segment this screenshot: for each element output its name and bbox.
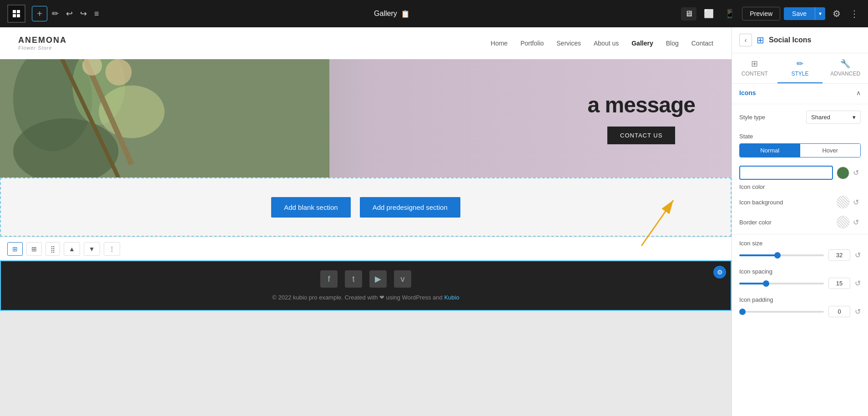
nav-links: Home Portfolio Services About us Gallery… — [491, 40, 713, 47]
nav-link-about[interactable]: About us — [594, 40, 619, 47]
more-options-button[interactable]: ⋮ — [848, 6, 861, 21]
nav-bar: ANEMONA Flower Store Home Portfolio Serv… — [0, 27, 732, 59]
icon-background-swatch[interactable] — [837, 196, 849, 208]
icon-size-slider[interactable] — [739, 254, 824, 256]
redo-button[interactable]: ↪ — [77, 6, 90, 21]
style-tab-label: STYLE — [792, 71, 809, 77]
icon-size-value[interactable] — [828, 249, 850, 261]
svg-rect-1 — [17, 10, 20, 13]
save-chevron-button[interactable]: ▾ — [815, 7, 825, 20]
icon-spacing-slider[interactable] — [739, 283, 824, 284]
icons-section-chevron: ∧ — [856, 89, 861, 96]
icon-spacing-reset-button[interactable]: ↺ — [855, 279, 861, 288]
svg-rect-3 — [17, 14, 20, 17]
border-color-swatch[interactable] — [837, 216, 849, 228]
hero-image-placeholder — [0, 59, 329, 178]
menu-button[interactable]: ≡ — [91, 6, 102, 21]
nav-link-home[interactable]: Home — [491, 40, 508, 47]
footer-link[interactable]: Kubio — [444, 294, 459, 301]
device-mobile-button[interactable]: 📱 — [721, 7, 738, 20]
toolbar-right: 🖥 ⬜ 📱 Preview Save ▾ ⚙ ⋮ — [681, 6, 861, 21]
global-settings-button[interactable]: ⚙ — [829, 6, 844, 21]
social-icon-facebook[interactable]: f — [320, 270, 338, 288]
icon-size-label: Icon size — [739, 240, 861, 247]
brand-name: ANEMONA — [18, 36, 67, 45]
icon-padding-value[interactable] — [828, 306, 850, 317]
icon-size-reset-button[interactable]: ↺ — [855, 251, 861, 259]
nav-link-blog[interactable]: Blog — [666, 40, 679, 47]
brand-sub: Flower Store — [18, 45, 67, 51]
icon-size-slider-row: ↺ — [739, 249, 861, 261]
state-hover-button[interactable]: Hover — [800, 144, 861, 157]
icon-padding-reset-button[interactable]: ↺ — [855, 307, 861, 316]
icon-padding-slider-row: ↺ — [739, 306, 861, 317]
tab-advanced[interactable]: 🔧 ADVANCED — [823, 53, 868, 83]
icon-size-section: Icon size ↺ — [732, 236, 868, 264]
icon-color-input[interactable] — [739, 166, 833, 180]
style-type-value: Shared — [811, 114, 830, 121]
section-more-button[interactable]: ⋮ — [104, 242, 120, 256]
icon-padding-label: Icon padding — [739, 296, 861, 303]
svg-rect-0 — [13, 10, 16, 13]
panel-content: Icons ∧ Style type Shared ▾ State Normal… — [732, 84, 868, 321]
section-drag-button[interactable]: ⣿ — [45, 242, 60, 256]
add-blank-section-button[interactable]: Add blank section — [271, 197, 350, 218]
social-icon-twitter[interactable]: t — [345, 270, 362, 288]
tab-content[interactable]: ⊞ CONTENT — [732, 53, 777, 83]
social-icons-row: f t ▶ v — [10, 270, 722, 288]
undo-button[interactable]: ↩ — [63, 6, 76, 21]
add-button[interactable]: + — [32, 6, 47, 21]
social-icon-youtube[interactable]: ▶ — [369, 270, 387, 288]
style-type-dropdown[interactable]: Shared ▾ — [806, 111, 861, 124]
nav-link-contact[interactable]: Contact — [691, 40, 713, 47]
add-predesigned-section-button[interactable]: Add predesigned section — [360, 197, 460, 218]
footer-copyright: © 2022 kubio pro example. Created with ❤… — [10, 294, 722, 301]
icon-padding-slider[interactable] — [739, 311, 824, 313]
add-section-area: Add blank section Add predesigned sectio… — [0, 178, 732, 237]
device-tablet-button[interactable]: ⬜ — [700, 7, 717, 20]
section-move-up-button[interactable]: ▲ — [64, 242, 80, 256]
panel-back-button[interactable]: ‹ — [739, 34, 752, 46]
tab-style[interactable]: ✏ STYLE — [777, 53, 823, 83]
svg-rect-2 — [13, 14, 16, 17]
icon-spacing-section: Icon spacing ↺ — [732, 264, 868, 293]
nav-link-services[interactable]: Services — [556, 40, 581, 47]
page-title: Gallery 📋 — [103, 10, 681, 18]
icon-color-swatch[interactable] — [837, 167, 849, 179]
icon-spacing-value[interactable] — [828, 278, 850, 289]
icons-section-header[interactable]: Icons ∧ — [732, 84, 868, 102]
content-tab-icon: ⊞ — [751, 59, 758, 69]
edit-button[interactable]: ✏ — [49, 6, 61, 21]
hero-title: a message — [587, 92, 695, 117]
icon-background-reset-button[interactable]: ↺ — [851, 197, 861, 208]
hero-cta-button[interactable]: CONTACT US — [607, 127, 675, 144]
state-normal-button[interactable]: Normal — [740, 144, 800, 157]
hero-section: a message CONTACT US — [0, 59, 732, 178]
preview-button[interactable]: Preview — [742, 7, 780, 20]
icons-section-title: Icons — [739, 89, 756, 96]
section-layout-button[interactable]: ⊞ — [7, 242, 23, 256]
panel-tabs: ⊞ CONTENT ✏ STYLE 🔧 ADVANCED — [732, 53, 868, 84]
nav-link-gallery[interactable]: Gallery — [631, 40, 653, 47]
border-color-reset-button[interactable]: ↺ — [851, 217, 861, 228]
section-social-icons-button[interactable]: ⊞ — [26, 242, 42, 256]
icon-color-reset-button[interactable]: ↺ — [851, 167, 861, 178]
right-panel: ‹ ⊞ Social Icons ⊞ CONTENT ✏ STYLE 🔧 ADV… — [732, 27, 868, 416]
footer-settings-button[interactable]: ⚙ — [713, 266, 726, 279]
icon-spacing-label: Icon spacing — [739, 268, 861, 275]
section-controls: ⊞ ⊞ ⣿ ▲ ▼ ⋮ — [0, 237, 732, 260]
svg-point-11 — [106, 59, 132, 86]
save-button[interactable]: Save — [784, 7, 815, 20]
social-icon-vimeo[interactable]: v — [394, 270, 411, 288]
icon-background-row: Icon background ↺ — [732, 192, 868, 212]
border-color-label: Border color — [739, 219, 837, 226]
page-title-icon: 📋 — [401, 10, 410, 18]
device-desktop-button[interactable]: 🖥 — [681, 7, 696, 20]
nav-link-portfolio[interactable]: Portfolio — [520, 40, 544, 47]
border-color-row: Border color ↺ — [732, 212, 868, 232]
style-type-row: Style type Shared ▾ — [732, 106, 868, 128]
style-tab-icon: ✏ — [797, 59, 803, 69]
state-buttons: Normal Hover — [739, 143, 861, 157]
section-move-down-button[interactable]: ▼ — [84, 242, 100, 256]
panel-title-icon: ⊞ — [757, 35, 764, 46]
